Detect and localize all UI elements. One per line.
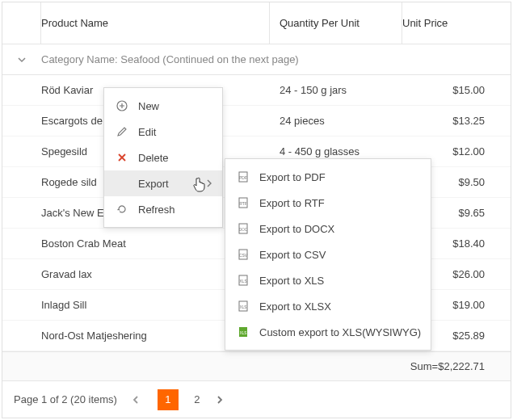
column-header-name[interactable]: Product Name — [41, 2, 270, 44]
svg-text:XLS: XLS — [240, 305, 247, 309]
submenu-label-rtf: Export to RTF — [259, 197, 421, 209]
menu-item-delete[interactable]: Delete — [104, 145, 222, 170]
cell-qty: 4 - 450 g glasses — [270, 145, 402, 158]
menu-item-export[interactable]: Export — [104, 170, 222, 196]
grid-footer: Sum=$2,222.71 — [2, 351, 511, 380]
menu-label-new: New — [138, 100, 212, 112]
cell-qty: 24 - 150 g jars — [270, 84, 402, 96]
file-pdf-icon: PDF — [237, 170, 250, 183]
menu-label-refresh: Refresh — [138, 204, 212, 216]
submenu-item-xlsx[interactable]: XLS Export to XLSX — [225, 293, 431, 319]
column-header-row: Product Name Quantity Per Unit Unit Pric… — [2, 2, 511, 44]
context-menu: New Edit Delete Export Refresh — [103, 87, 223, 228]
menu-item-refresh[interactable]: Refresh — [104, 196, 222, 222]
pager-page-2[interactable]: 2 — [187, 389, 208, 410]
x-icon — [116, 151, 128, 164]
svg-text:RTF: RTF — [239, 201, 247, 206]
column-header-price[interactable]: Unit Price — [402, 2, 511, 44]
cell-qty: 24 pieces — [270, 115, 402, 127]
refresh-icon — [116, 203, 128, 216]
export-submenu: PDF Export to PDF RTF Export to RTF DOC … — [225, 158, 431, 351]
blank-icon — [116, 177, 128, 190]
group-label: Category Name: Seafood (Continued on the… — [41, 53, 299, 65]
svg-text:PDF: PDF — [239, 175, 247, 180]
submenu-item-rtf[interactable]: RTF Export to RTF — [225, 190, 431, 216]
submenu-label-xlsx: Export to XLSX — [259, 300, 421, 313]
pager: Page 1 of 2 (20 items) 1 2 — [2, 380, 511, 418]
chevron-right-icon — [206, 179, 212, 187]
submenu-label-custom: Custom export to XLS(WYSIWYG) — [259, 326, 421, 338]
pager-info: Page 1 of 2 (20 items) — [14, 393, 117, 405]
expand-column — [2, 2, 41, 44]
chevron-down-icon[interactable] — [2, 55, 41, 65]
file-xls-icon: XLS — [237, 274, 250, 287]
submenu-label-csv: Export to CSV — [259, 249, 421, 261]
pager-next[interactable] — [216, 395, 233, 405]
menu-label-delete: Delete — [138, 152, 212, 164]
submenu-item-pdf[interactable]: PDF Export to PDF — [225, 164, 431, 190]
table-row[interactable]: Escargots de24 pieces$13.25 — [2, 106, 511, 136]
file-xlsx-icon: XLS — [237, 300, 250, 313]
svg-text:XLS: XLS — [240, 331, 247, 335]
menu-item-new[interactable]: New — [104, 93, 222, 119]
svg-text:DOC: DOC — [239, 228, 248, 232]
pager-page-1[interactable]: 1 — [158, 389, 179, 410]
submenu-item-csv[interactable]: CSV Export to CSV — [225, 242, 431, 267]
plus-circle-icon — [116, 99, 128, 112]
submenu-item-custom[interactable]: XLS Custom export to XLS(WYSIWYG) — [225, 319, 431, 345]
column-header-qty[interactable]: Quantity Per Unit — [270, 2, 402, 44]
pager-prev[interactable] — [132, 395, 149, 405]
svg-text:CSV: CSV — [239, 253, 248, 258]
svg-text:XLS: XLS — [239, 279, 247, 284]
group-row[interactable]: Category Name: Seafood (Continued on the… — [2, 44, 511, 75]
cell-price: $13.25 — [402, 115, 511, 127]
menu-item-edit[interactable]: Edit — [104, 119, 222, 145]
submenu-label-xls: Export to XLS — [259, 275, 421, 287]
cell-price: $12.00 — [402, 145, 511, 158]
cell-price: $15.00 — [402, 84, 511, 96]
submenu-item-xls[interactable]: XLS Export to XLS — [225, 267, 431, 293]
submenu-label-pdf: Export to PDF — [259, 171, 421, 183]
file-xls-green-icon: XLS — [237, 326, 250, 338]
file-docx-icon: DOC — [237, 222, 250, 235]
sum-label: Sum=$2,222.71 — [410, 360, 485, 372]
file-rtf-icon: RTF — [237, 196, 250, 209]
submenu-item-docx[interactable]: DOC Export to DOCX — [225, 216, 431, 242]
menu-label-edit: Edit — [138, 126, 212, 138]
menu-label-export: Export — [138, 178, 196, 190]
pencil-icon — [116, 125, 128, 138]
table-row[interactable]: Röd Kaviar24 - 150 g jars$15.00 — [2, 75, 511, 106]
submenu-label-docx: Export to DOCX — [259, 223, 421, 235]
file-csv-icon: CSV — [237, 248, 250, 261]
